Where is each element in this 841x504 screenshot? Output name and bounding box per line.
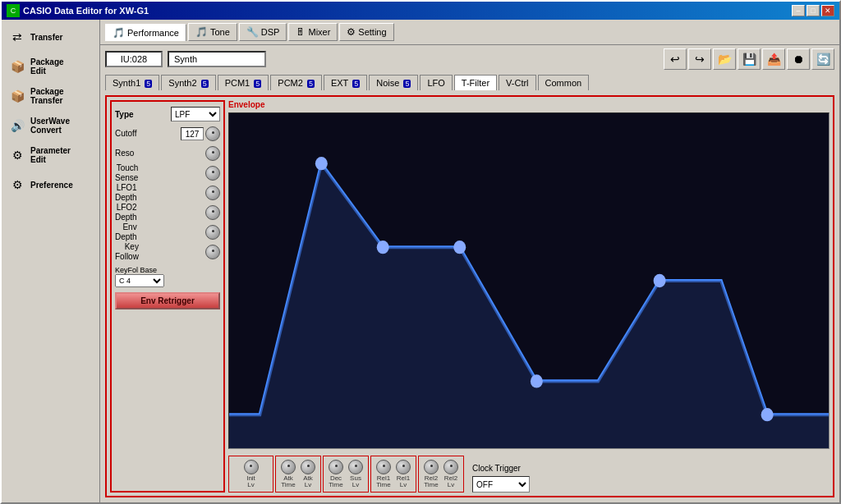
sub-tab-common[interactable]: Common — [538, 75, 590, 90]
rel1-lv-label: Rel1Lv — [397, 475, 410, 488]
atk-lv-knob[interactable] — [301, 460, 315, 474]
type-select[interactable]: LPF HPF BPF OFF — [171, 107, 220, 121]
sub-tab-pcm1[interactable]: PCM1 5 — [218, 75, 269, 90]
undo-button[interactable]: ↩ — [664, 48, 687, 70]
transfer-icon: ⇄ — [7, 27, 27, 47]
init-lv-knob[interactable] — [244, 460, 259, 474]
clock-trigger-label: Clock Trigger — [472, 464, 530, 473]
sidebar-item-transfer[interactable]: ⇄ Transfer — [3, 23, 98, 51]
sub-tab-synth1[interactable]: Synth1 5 — [105, 75, 159, 90]
rel1-lv-knob[interactable] — [396, 460, 411, 474]
sidebar-item-userwave-convert[interactable]: 🔊 UserWaveConvert — [3, 112, 98, 140]
rel2-lv-knob-wrap: Rel2Lv — [443, 460, 458, 488]
export-button[interactable]: 📤 — [762, 48, 785, 70]
sidebar-label-preference: Preference — [30, 181, 73, 190]
lfo2-depth-row: LFO2Depth — [115, 204, 220, 222]
main-content: ⇄ Transfer 📦 PackageEdit 📦 PackageTransf… — [2, 20, 839, 502]
rel1-time-knob[interactable] — [376, 460, 391, 474]
sidebar-label-parameter-edit: ParameterEdit — [30, 146, 71, 164]
sub-tab-pcm2[interactable]: PCM2 5 — [270, 75, 322, 90]
atk-time-label: AtkTime — [281, 475, 295, 488]
atk-time-knob[interactable] — [281, 460, 296, 474]
tab-tone[interactable]: 🎵 Tone — [188, 23, 237, 41]
touch-sense-row: TouchSense — [115, 164, 220, 182]
cutoff-value[interactable]: 127 — [181, 127, 204, 140]
env-point-6[interactable] — [761, 408, 774, 421]
redo-button[interactable]: ↪ — [688, 48, 711, 70]
sub-tab-lfo[interactable]: LFO — [420, 75, 452, 90]
userwave-icon: 🔊 — [7, 116, 27, 135]
touch-sense-knob[interactable] — [205, 166, 220, 181]
sidebar-item-preference[interactable]: ⚙ Preference — [3, 171, 98, 199]
refresh-button[interactable]: 🔄 — [811, 48, 834, 70]
env-retrigger-button[interactable]: Env Retrigger — [115, 292, 220, 309]
env-depth-row: EnvDepth — [115, 223, 220, 241]
close-button[interactable]: ✕ — [821, 5, 834, 16]
rel2-time-label: Rel2Time — [424, 475, 438, 488]
record-button[interactable]: ⏺ — [787, 48, 810, 70]
tone-tab-icon: 🎵 — [195, 26, 208, 38]
lfo1-depth-knob[interactable] — [205, 186, 220, 200]
setting-tab-label: Setting — [358, 27, 386, 37]
dsp-tab-icon: 🔧 — [246, 26, 259, 38]
title-buttons: – □ ✕ — [792, 5, 834, 16]
tab-mixer[interactable]: 🎚 Mixer — [288, 23, 338, 41]
env-point-5[interactable] — [654, 274, 666, 287]
sidebar-item-package-edit[interactable]: 📦 PackageEdit — [3, 53, 98, 80]
sidebar-item-package-transfer[interactable]: 📦 PackageTransfer — [3, 82, 98, 110]
clock-trigger-select[interactable]: OFF ON — [472, 476, 530, 493]
app-icon: C — [7, 4, 20, 17]
envelope-section: Envelope — [228, 100, 830, 493]
editor-inner: Type LPF HPF BPF OFF Cutoff — [105, 95, 834, 497]
iu-display: IU:028 — [105, 51, 163, 67]
keyfol-base-label: KeyFol Base — [115, 266, 220, 274]
maximize-button[interactable]: □ — [807, 5, 820, 16]
dec-time-knob[interactable] — [329, 460, 343, 474]
env-point-1[interactable] — [315, 157, 328, 170]
envelope-svg — [229, 113, 829, 448]
lfo1-depth-label: LFO1Depth — [115, 183, 137, 203]
dec-time-label: DecTime — [329, 475, 342, 488]
sidebar-item-parameter-edit[interactable]: ⚙ ParameterEdit — [3, 141, 98, 169]
envelope-label: Envelope — [228, 100, 830, 109]
rel2-lv-knob[interactable] — [443, 460, 458, 474]
sus-lv-knob[interactable] — [348, 460, 363, 474]
env-depth-knob[interactable] — [205, 225, 220, 240]
keyfol-select[interactable]: C 4 C 3 C 5 — [115, 274, 164, 287]
sub-tab-t-filter[interactable]: T-Filter — [454, 75, 497, 90]
tab-dsp[interactable]: 🔧 DSP — [239, 23, 287, 41]
env-point-2[interactable] — [377, 241, 389, 254]
title-bar: C CASIO Data Editor for XW-G1 – □ ✕ — [2, 2, 839, 20]
mixer-tab-icon: 🎚 — [296, 26, 306, 38]
key-follow-knob[interactable] — [205, 245, 220, 259]
rel2-time-knob-wrap: Rel2Time — [424, 460, 439, 488]
minimize-button[interactable]: – — [792, 5, 805, 16]
reso-knob[interactable] — [205, 146, 220, 161]
init-lv-label: InitLv — [246, 475, 255, 488]
lfo2-depth-knob[interactable] — [205, 205, 220, 220]
atk-lv-knob-wrap: AtkLv — [301, 460, 315, 488]
tab-setting[interactable]: ⚙ Setting — [339, 23, 393, 41]
keyfol-section: KeyFol Base C 4 C 3 C 5 — [115, 266, 220, 287]
rel2-time-knob[interactable] — [424, 460, 439, 474]
rel2-knob-row: Rel2Time Rel2Lv — [424, 460, 458, 488]
envelope-display — [228, 112, 830, 449]
env-point-4[interactable] — [531, 374, 543, 387]
type-label: Type — [115, 110, 134, 119]
sub-tab-noise[interactable]: Noise 5 — [369, 75, 418, 90]
sub-tab-ext[interactable]: EXT 5 — [324, 75, 367, 90]
editor-area: Type LPF HPF BPF OFF Cutoff — [100, 90, 839, 502]
top-toolbar: 🎵 Performance 🎵 Tone 🔧 DSP 🎚 Mixer ⚙ — [100, 20, 839, 45]
save-button[interactable]: 💾 — [738, 48, 761, 70]
env-depth-label: EnvDepth — [115, 222, 137, 242]
rel1-knob-row: Rel1Time Rel1Lv — [376, 460, 411, 488]
env-point-3[interactable] — [453, 241, 466, 254]
sub-tab-v-ctrl[interactable]: V-Ctrl — [499, 75, 536, 90]
window-title: CASIO Data Editor for XW-G1 — [23, 6, 149, 16]
sidebar-label-transfer: Transfer — [30, 33, 62, 42]
atk-knob-row: AtkTime AtkLv — [281, 460, 315, 488]
open-button[interactable]: 📂 — [713, 48, 736, 70]
tab-performance[interactable]: 🎵 Performance — [105, 24, 186, 41]
cutoff-knob[interactable] — [205, 126, 220, 141]
sub-tab-synth2[interactable]: Synth2 5 — [161, 75, 215, 90]
